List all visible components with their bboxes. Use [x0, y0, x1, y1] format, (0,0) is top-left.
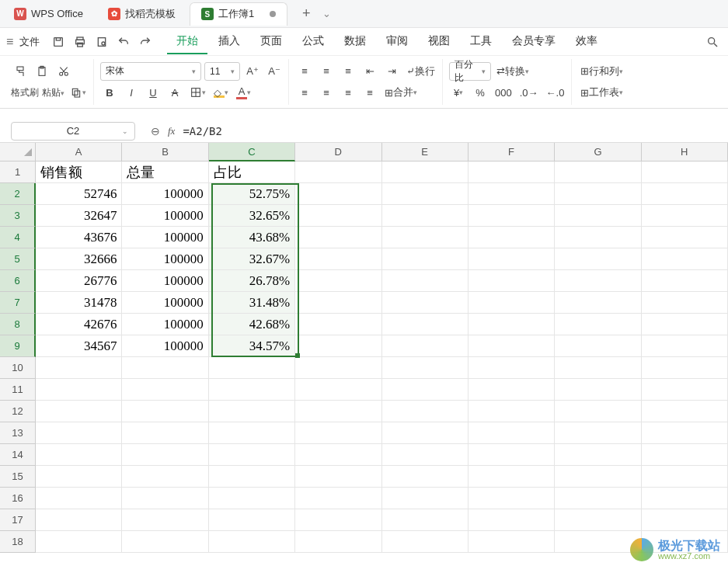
align-top-icon[interactable]: ≡: [295, 62, 314, 81]
cell-A7[interactable]: 31478: [36, 292, 122, 314]
cell-G7[interactable]: [555, 292, 641, 314]
cell-F17[interactable]: [468, 509, 555, 531]
copy-icon[interactable]: ▾: [68, 83, 89, 102]
fill-color-button[interactable]: ◇▾: [211, 83, 231, 102]
column-header-H[interactable]: H: [642, 143, 728, 161]
cell-G4[interactable]: [555, 227, 641, 248]
cell-A4[interactable]: 43676: [36, 227, 122, 248]
cell-G2[interactable]: [555, 183, 641, 205]
cell-F11[interactable]: [468, 379, 555, 401]
tab-开始[interactable]: 开始: [167, 30, 207, 54]
row-header-11[interactable]: 11: [0, 379, 36, 401]
tabs-menu-button[interactable]: ⌄: [317, 8, 336, 19]
font-name-select[interactable]: 宋体▾: [100, 62, 201, 81]
cell-A14[interactable]: [36, 444, 122, 466]
cell-H10[interactable]: [642, 357, 728, 379]
cell-G5[interactable]: [555, 248, 641, 270]
row-header-1[interactable]: 1: [0, 161, 36, 183]
cell-H16[interactable]: [642, 488, 728, 509]
cell-E8[interactable]: [382, 314, 468, 335]
cell-D3[interactable]: [295, 205, 381, 227]
cell-H3[interactable]: [642, 205, 728, 227]
cell-F4[interactable]: [468, 227, 555, 248]
decrease-font-icon[interactable]: A⁻: [265, 62, 284, 81]
cell-D6[interactable]: [295, 270, 381, 292]
cell-G9[interactable]: [555, 335, 641, 357]
save-icon[interactable]: [49, 33, 68, 51]
align-bottom-icon[interactable]: ≡: [339, 62, 357, 81]
cell-F8[interactable]: [468, 314, 555, 335]
add-tab-button[interactable]: +: [295, 3, 317, 25]
cell-B3[interactable]: 100000: [122, 205, 208, 227]
row-header-4[interactable]: 4: [0, 227, 36, 248]
column-header-C[interactable]: C: [209, 143, 295, 161]
cell-C17[interactable]: [209, 509, 295, 531]
cell-C1[interactable]: 占比: [209, 161, 295, 183]
rows-cols-button[interactable]: ⊞ 行和列▾: [578, 62, 625, 81]
cell-F2[interactable]: [468, 183, 555, 205]
cell-B12[interactable]: [122, 401, 208, 422]
cell-D16[interactable]: [295, 488, 381, 509]
cell-A3[interactable]: 32647: [36, 205, 122, 227]
undo-icon[interactable]: [114, 33, 133, 51]
row-header-9[interactable]: 9: [0, 335, 36, 357]
cell-B11[interactable]: [122, 379, 208, 401]
row-header-15[interactable]: 15: [0, 466, 36, 488]
cell-C15[interactable]: [209, 466, 295, 488]
column-header-A[interactable]: A: [36, 143, 122, 161]
tab-页面[interactable]: 页面: [251, 30, 291, 54]
cell-F1[interactable]: [468, 161, 555, 183]
hamburger-icon[interactable]: ≡: [6, 35, 13, 49]
row-header-6[interactable]: 6: [0, 270, 36, 292]
tab-审阅[interactable]: 审阅: [377, 30, 417, 54]
cell-B17[interactable]: [122, 509, 208, 531]
cell-C5[interactable]: 32.67%: [209, 248, 295, 270]
cell-E10[interactable]: [382, 357, 468, 379]
cell-B7[interactable]: 100000: [122, 292, 208, 314]
percent-button[interactable]: %: [471, 83, 489, 102]
cell-F7[interactable]: [468, 292, 555, 314]
cell-A8[interactable]: 42676: [36, 314, 122, 335]
cell-A18[interactable]: [36, 531, 122, 553]
cell-E4[interactable]: [382, 227, 468, 248]
cell-D13[interactable]: [295, 422, 381, 444]
align-center-icon[interactable]: ≡: [317, 83, 336, 102]
cell-F18[interactable]: [468, 531, 555, 553]
cell-A15[interactable]: [36, 466, 122, 488]
template-tab[interactable]: ✿ 找稻壳模板: [97, 2, 186, 26]
cell-G8[interactable]: [555, 314, 641, 335]
comma-button[interactable]: 000: [493, 83, 514, 102]
cell-E5[interactable]: [382, 248, 468, 270]
redo-icon[interactable]: [136, 33, 155, 51]
cell-D12[interactable]: [295, 401, 381, 422]
justify-icon[interactable]: ≡: [361, 83, 379, 102]
cell-C8[interactable]: 42.68%: [209, 314, 295, 335]
cell-F15[interactable]: [468, 466, 555, 488]
cell-G11[interactable]: [555, 379, 641, 401]
cell-E6[interactable]: [382, 270, 468, 292]
cell-D8[interactable]: [295, 314, 381, 335]
cell-F10[interactable]: [468, 357, 555, 379]
cell-A10[interactable]: [36, 357, 122, 379]
cell-B2[interactable]: 100000: [122, 183, 208, 205]
tab-工具[interactable]: 工具: [461, 30, 501, 54]
font-color-button[interactable]: A▾: [234, 83, 253, 102]
tab-效率[interactable]: 效率: [566, 30, 607, 54]
cell-C18[interactable]: [209, 531, 295, 553]
cell-E1[interactable]: [382, 161, 468, 183]
cell-H9[interactable]: [642, 335, 728, 357]
namebox-dropdown-icon[interactable]: ⌄: [122, 127, 128, 135]
print-preview-icon[interactable]: [92, 33, 111, 51]
search-icon[interactable]: [703, 33, 722, 51]
row-header-16[interactable]: 16: [0, 488, 36, 509]
cell-D14[interactable]: [295, 444, 381, 466]
cell-A9[interactable]: 34567: [36, 335, 122, 357]
cell-C11[interactable]: [209, 379, 295, 401]
cell-G10[interactable]: [555, 357, 641, 379]
cell-C10[interactable]: [209, 357, 295, 379]
cell-G16[interactable]: [555, 488, 641, 509]
cell-D4[interactable]: [295, 227, 381, 248]
file-menu[interactable]: 文件: [19, 35, 40, 49]
cell-D10[interactable]: [295, 357, 381, 379]
cell-B18[interactable]: [122, 531, 208, 553]
